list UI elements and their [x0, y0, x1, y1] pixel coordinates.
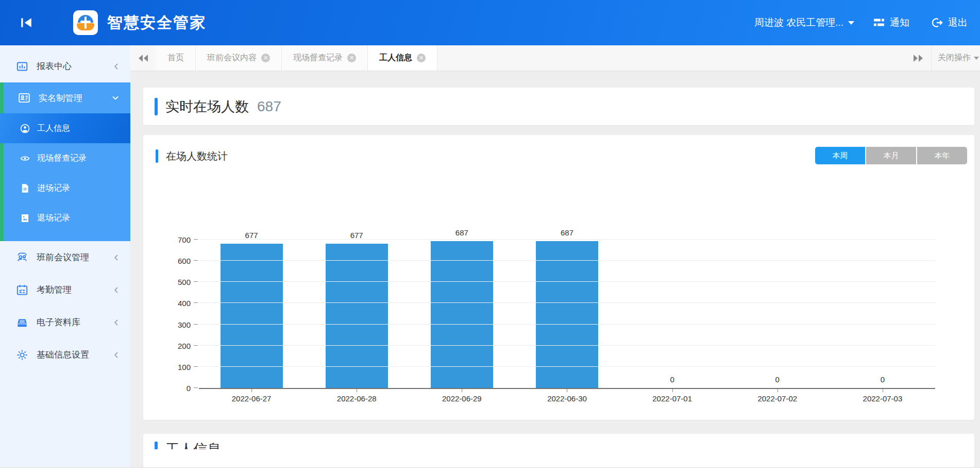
sidebar-item-worker-info[interactable]: 工人信息: [0, 113, 130, 143]
chevron-left-icon: [113, 63, 119, 70]
bar-value-label: 687: [409, 228, 514, 237]
sidebar-item-exit-records[interactable]: 退场记录: [0, 203, 130, 233]
chart-category: 6872022-06-29: [409, 240, 514, 388]
realtime-count-card: 实时在场人数 687: [143, 88, 974, 125]
accent-bar: [155, 442, 158, 449]
tab-home[interactable]: 首页: [156, 45, 196, 71]
chevron-left-icon: [113, 286, 119, 294]
sidebar-item-entry-records[interactable]: 进场记录: [0, 173, 130, 203]
chart-category: 6872022-06-30: [514, 240, 619, 388]
y-axis-tick-mark: [194, 324, 198, 325]
accent-bar: [155, 98, 158, 115]
y-axis-tick-mark: [194, 260, 198, 261]
sidebar-group-attendance-mgmt[interactable]: 考勤管理: [0, 274, 130, 306]
x-axis-tick-label: 2022-06-29: [409, 394, 514, 403]
page-title: 实时在场人数: [165, 97, 249, 116]
id-card-icon: [18, 91, 31, 105]
y-axis-tick-label: 500: [178, 278, 191, 286]
y-axis-tick-mark: [194, 366, 198, 367]
sidebar-group-label: 报表中心: [37, 60, 72, 72]
sidebar-group-label: 考勤管理: [37, 284, 72, 296]
tab-close-icon[interactable]: ✕: [261, 54, 270, 62]
notifications-button[interactable]: 通知: [873, 16, 909, 29]
tab-label: 现场督查记录: [293, 53, 343, 63]
x-axis-tick-mark: [251, 389, 252, 392]
gridline: [199, 239, 935, 240]
gridline: [199, 281, 935, 282]
chevron-down-icon: [112, 95, 119, 101]
tab-label: 班前会议内容: [207, 53, 257, 63]
y-axis-tick-label: 400: [178, 299, 191, 308]
range-button-month[interactable]: 本月: [866, 147, 916, 164]
gridline: [199, 302, 935, 303]
sidebar-group-e-library[interactable]: 电子资料库: [0, 306, 130, 338]
gridline: [199, 324, 935, 325]
chart-card-title: 在场人数统计: [166, 149, 228, 163]
chevron-left-icon: [113, 319, 119, 326]
e-library-icon: [15, 316, 29, 329]
tab-label: 首页: [167, 53, 184, 63]
worker-icon: [20, 123, 30, 134]
bar-chart: 6772022-06-276772022-06-286872022-06-296…: [199, 240, 935, 389]
attendance-calendar-icon: [15, 283, 29, 297]
chart-category: 02022-07-03: [830, 240, 935, 388]
gridline: [199, 345, 935, 346]
tabs-scroll-right-icon[interactable]: [905, 54, 931, 62]
sidebar-group-report-center[interactable]: 报表中心: [0, 50, 130, 82]
chevron-down-icon: [974, 57, 979, 60]
chart-category: 6772022-06-28: [304, 240, 409, 388]
tab-bar: 首页 班前会议内容 ✕ 现场督查记录 ✕ 工人信息 ✕: [130, 45, 980, 71]
user-name: 周进波 农民工管理...: [754, 16, 843, 29]
y-axis-tick-mark: [194, 239, 198, 240]
tab-premeeting-content[interactable]: 班前会议内容 ✕: [196, 45, 282, 71]
tabs-scroll-left-icon[interactable]: [130, 45, 156, 71]
bar-value-label: 0: [725, 375, 830, 384]
notifications-icon: [873, 16, 885, 29]
x-axis-tick-mark: [883, 389, 883, 392]
sidebar-item-label: 退场记录: [37, 213, 70, 224]
y-axis-tick-mark: [194, 345, 198, 346]
sidebar-group-premeeting-mgmt[interactable]: 班前会议管理: [0, 241, 130, 274]
range-button-year[interactable]: 本年: [917, 147, 967, 164]
bar-value-label: 677: [199, 231, 304, 240]
close-operations-dropdown[interactable]: 关闭操作: [931, 45, 980, 71]
x-axis-tick-label: 2022-06-28: [304, 394, 409, 403]
sidebar-group-realname-mgmt[interactable]: 实名制管理: [0, 82, 130, 113]
y-axis-tick-mark: [194, 387, 198, 388]
logout-button[interactable]: 退出: [931, 16, 968, 29]
sidebar-item-site-inspection[interactable]: 现场督查记录: [0, 143, 130, 173]
bar-value-label: 687: [514, 228, 619, 237]
app-logo: [73, 10, 98, 35]
tab-close-icon[interactable]: ✕: [347, 54, 356, 62]
collapse-sidebar-icon[interactable]: [20, 16, 33, 29]
tab-close-icon[interactable]: ✕: [417, 54, 426, 62]
bar-value-label: 677: [304, 231, 409, 240]
chart-category: 02022-07-01: [620, 240, 725, 388]
sidebar-group-basic-settings[interactable]: 基础信息设置: [0, 338, 130, 371]
worker-info-card-title: 工人信息: [165, 441, 221, 449]
y-axis-tick-mark: [194, 302, 198, 303]
report-chart-icon: [15, 60, 29, 73]
x-axis-tick-label: 2022-06-27: [199, 394, 304, 403]
x-axis-tick-label: 2022-07-03: [830, 394, 935, 403]
y-axis-tick-label: 200: [178, 341, 191, 350]
settings-gear-icon: [15, 348, 29, 362]
range-button-week[interactable]: 本周: [815, 147, 865, 164]
x-axis-tick-mark: [462, 389, 462, 392]
user-dropdown[interactable]: 周进波 农民工管理...: [754, 16, 854, 29]
page-bottom-strip: [0, 467, 980, 474]
sidebar-expanded-group: 实名制管理 工人信息 现场督查记录: [0, 82, 130, 241]
meeting-icon: [15, 251, 29, 264]
chevron-left-icon: [113, 254, 119, 261]
tab-label: 工人信息: [379, 53, 412, 63]
tab-worker-info[interactable]: 工人信息 ✕: [368, 45, 437, 71]
sidebar-group-label: 实名制管理: [39, 92, 82, 104]
top-header: 智慧安全管家 周进波 农民工管理... 通知 退出: [0, 0, 980, 45]
accent-bar: [156, 149, 158, 163]
y-axis-tick-label: 700: [178, 235, 191, 244]
sidebar-group-label: 电子资料库: [37, 316, 80, 328]
x-axis-tick-mark: [567, 389, 567, 392]
notifications-label: 通知: [890, 16, 909, 29]
y-axis-tick-label: 100: [178, 362, 191, 371]
tab-site-inspection[interactable]: 现场督查记录 ✕: [282, 45, 368, 71]
